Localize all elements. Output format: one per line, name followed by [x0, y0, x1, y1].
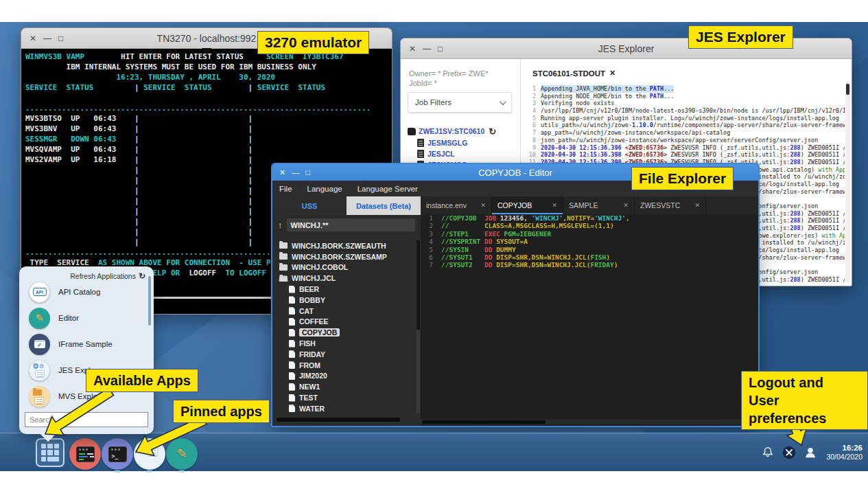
jes-scrollbar[interactable]: [845, 81, 850, 283]
file-icon: [289, 307, 295, 315]
tree-item-label: WINCHJ.COBOL: [292, 263, 348, 271]
app-menu-item-editor[interactable]: ✎Editor: [19, 305, 154, 331]
up-arrow-icon[interactable]: ↑: [278, 220, 283, 230]
notifications-bell-icon[interactable]: [760, 444, 776, 461]
log-line: 8json_path=/u/winchj/zowe-instance/works…: [524, 137, 845, 144]
close-icon[interactable]: ✕: [30, 34, 36, 43]
code-line: 2// CLASS=A,MSGCLASS=H,MSGLEVEL=(1,1): [421, 222, 758, 229]
tree-item[interactable]: TEST: [272, 392, 415, 403]
folder-icon: [33, 389, 42, 396]
app-menu-item-iframe-sample[interactable]: ✓IFrame Sample: [19, 331, 154, 357]
checkmark-window-icon: ✓: [34, 340, 45, 348]
code-line: 7//SYSUT2 DD DISP=SHR,DSN=WINCHJ.JCL(FRI…: [421, 261, 758, 269]
dataset-filter-input[interactable]: WINCHJ.**: [287, 218, 416, 231]
iframe-app-icon: ✓: [29, 334, 50, 355]
maximize-icon[interactable]: □: [305, 168, 310, 177]
tree-item[interactable]: WINCHJ.BORK.SZWEAUTH: [272, 240, 415, 251]
api-badge-icon: API: [33, 288, 47, 296]
vt-terminal-icon: >_: [108, 446, 127, 462]
tree-item[interactable]: NEW1: [272, 381, 415, 392]
pinned-app-editor[interactable]: ✎: [166, 438, 198, 470]
user-profile-icon[interactable]: [802, 444, 819, 461]
minimize-icon[interactable]: —: [43, 34, 51, 43]
tree-item[interactable]: FROM: [272, 360, 415, 371]
editor-tab-zwesvstc[interactable]: ZWESVSTC✕: [635, 196, 706, 214]
tree-item[interactable]: JIM2020: [272, 371, 415, 382]
refresh-icon[interactable]: ↻: [489, 126, 496, 137]
tree-item[interactable]: FRIDAY: [272, 349, 415, 360]
pencil-icon: ✎: [176, 446, 187, 462]
pinned-app-3270-terminal[interactable]: [69, 438, 101, 470]
editor-panel-tabs: USSDatasets (Beta): [272, 196, 421, 215]
editor-main: instance.env✕COPYJOB✕SAMPLE✕ZWESVSTC✕ 1/…: [421, 196, 758, 426]
folder-icon: [279, 253, 288, 260]
folder-icon: [279, 242, 288, 249]
tree-item[interactable]: WATER: [272, 403, 415, 414]
pinned-app-vt-terminal[interactable]: >_: [102, 438, 133, 470]
menu-item-language[interactable]: Language: [307, 185, 342, 193]
editor-left-panel: USSDatasets (Beta) ↑ WINCHJ.** WINCHJ.BO…: [272, 196, 421, 426]
app-menu-item-label: API Catalog: [58, 288, 100, 296]
terminal-line: 16:23, THURSDAY , APRIL 30, 2020: [25, 72, 390, 82]
tree-item[interactable]: FISH: [272, 338, 415, 349]
editor-tab-copyjob[interactable]: COPYJOB✕: [492, 196, 563, 214]
tree-item[interactable]: COPYJOB: [272, 327, 415, 338]
close-icon[interactable]: ✕: [409, 44, 416, 54]
menu-item-file[interactable]: File: [279, 185, 292, 193]
editor-hscrollbar[interactable]: [421, 420, 754, 424]
tree-hscrollbar[interactable]: [277, 418, 400, 422]
spool-tab-label: STC06101-STDOUT: [532, 69, 605, 78]
tree-vscrollbar[interactable]: [417, 240, 420, 413]
log-line: 102020-04-30 12:15:36.398 <ZWED:65736> Z…: [524, 151, 845, 159]
maximize-icon[interactable]: □: [58, 34, 63, 43]
panel-tab-datasets-beta-[interactable]: Datasets (Beta): [347, 196, 421, 215]
editor-tab-instance-env[interactable]: instance.env✕: [421, 196, 492, 214]
tree-item[interactable]: WINCHJ.COBOL: [272, 262, 415, 273]
gear-icon: ⚙: [39, 363, 44, 369]
jes-job-node[interactable]: ZWEJ1SV:STC0610 ↻: [408, 125, 517, 137]
annotation-3270-emulator: 3270 emulator: [257, 31, 369, 54]
panel-tab-uss[interactable]: USS: [272, 196, 347, 215]
close-tab-icon[interactable]: ✕: [480, 202, 486, 209]
taskbar-clock: 16:26 30/04/2020: [826, 444, 863, 462]
log-line: 92020-04-30 12:15:36.396 <ZWED:65736> ZW…: [524, 144, 845, 152]
menu-scrollbar[interactable]: [148, 276, 151, 326]
editor-tab-sample[interactable]: SAMPLE✕: [563, 196, 635, 214]
search-input[interactable]: [25, 412, 148, 427]
menu-item-language-server[interactable]: Language Server: [357, 185, 418, 193]
jes-app-icon: ⚙⚙: [29, 360, 50, 381]
tree-item-label: FROM: [299, 361, 320, 369]
settings-tools-icon[interactable]: [781, 444, 797, 461]
app-launcher-button[interactable]: [36, 438, 64, 467]
tree-item[interactable]: BEER: [272, 284, 415, 295]
screenshot-canvas: ✕ — □ TN3270 - localhost:992 WINMVS3B VA…: [0, 0, 868, 489]
maximize-icon[interactable]: □: [438, 44, 443, 54]
close-icon[interactable]: ✕: [279, 168, 285, 177]
minimize-icon[interactable]: —: [292, 168, 299, 177]
close-tab-icon[interactable]: ✕: [609, 69, 615, 78]
tree-item[interactable]: WINCHJ.BORK.SZWESAMP: [272, 251, 415, 262]
tree-item[interactable]: COFFEE: [272, 317, 415, 328]
spool-file-item[interactable]: JESMSGLG: [408, 137, 517, 148]
close-tab-icon[interactable]: ✕: [623, 202, 629, 209]
jes-spool-tab[interactable]: STC06101-STDOUT ✕: [532, 69, 615, 78]
list-card-icon: [35, 370, 45, 378]
app-menu-item-api-catalog[interactable]: APIAPI Catalog: [19, 279, 154, 305]
active-app-indicator: [115, 470, 120, 473]
file-icon: [289, 372, 295, 380]
jes-job-filters-accordion[interactable]: Job Filters: [408, 92, 512, 113]
file-icon: [289, 329, 295, 337]
annotation-jes-explorer: JES Explorer: [688, 25, 793, 49]
tree-item[interactable]: WINCHJ.JCL: [272, 273, 415, 284]
annotation-file-explorer: File Explorer: [631, 167, 734, 190]
caret-down-icon: [202, 48, 211, 54]
pinned-app-jes-explorer[interactable]: ⚙: [134, 438, 165, 470]
spool-file-item[interactable]: JESJCL: [408, 148, 517, 159]
minimize-icon[interactable]: —: [423, 44, 431, 54]
close-tab-icon[interactable]: ✕: [694, 202, 700, 209]
tree-item[interactable]: CAT: [272, 306, 415, 317]
tree-item[interactable]: BOBBY: [272, 295, 415, 306]
close-tab-icon[interactable]: ✕: [552, 202, 557, 209]
job-filters-label: Job Filters: [415, 98, 451, 106]
code-editor[interactable]: 1//COPYJOB JOB 123456, 'WINCHJ',NOTIFY='…: [421, 214, 758, 419]
